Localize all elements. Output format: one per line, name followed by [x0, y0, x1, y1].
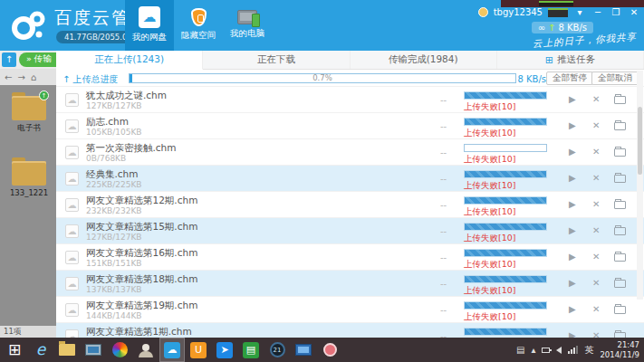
keyboard-icon[interactable]: ▤ — [516, 345, 524, 355]
scrollbar-thumb[interactable] — [638, 107, 642, 175]
upload-row[interactable]: ☁ 网友文章精选第1期.chm 140KB/140KB -- 上传失败[10] … — [56, 323, 644, 338]
remove-button[interactable]: ✕ — [592, 94, 600, 104]
grid-icon: ⊞ — [545, 54, 553, 66]
upload-row[interactable]: ☁ 经典集.chm 225KB/225KB -- 上传失败[10] ▶ ✕ — [56, 166, 644, 192]
open-folder-button[interactable] — [614, 306, 626, 314]
file-size: 151KB/151KB — [86, 259, 142, 268]
home-icon[interactable]: ⌂ — [31, 72, 36, 82]
upload-row[interactable]: ☁ 网友文章精选第15期.chm 127KB/127KB -- 上传失败[10]… — [56, 218, 644, 244]
network-signal-icon[interactable] — [568, 346, 578, 354]
tab-push-tasks[interactable]: ⊞推送任务 — [497, 51, 644, 69]
remove-button[interactable]: ✕ — [592, 199, 600, 209]
row-speed-placeholder: -- — [440, 200, 447, 210]
file-icon: ☁ — [65, 277, 79, 291]
user-avatar[interactable] — [478, 7, 488, 17]
row-progress-fill — [465, 250, 546, 256]
clock-date: 2014/11/9 — [600, 350, 639, 360]
nav-tab-hidden-space[interactable]: 隐藏空间 — [174, 0, 223, 51]
pause-all-button[interactable]: 全部暂停 — [546, 71, 593, 85]
uc-browser-icon[interactable]: U — [187, 338, 210, 361]
tab-downloading[interactable]: 正在下载 — [203, 51, 350, 69]
remove-button[interactable]: ✕ — [592, 278, 600, 288]
upload-row[interactable]: ☁ 网友文章精选第18期.chm 137KB/137KB -- 上传失败[10]… — [56, 271, 644, 297]
theme-preview-strip[interactable] — [548, 8, 568, 17]
internet-explorer-icon[interactable]: e — [29, 338, 53, 361]
row-progress-fill — [465, 197, 546, 204]
upload-row[interactable]: ☁ 励志.chm 105KB/105KB -- 上传失败[10] ▶ ✕ — [56, 113, 644, 139]
folder-numbered[interactable]: 133_1221 — [8, 161, 50, 197]
resume-button[interactable]: ▶ — [569, 199, 576, 209]
clock-app-icon[interactable]: 21 — [265, 338, 289, 361]
close-button[interactable]: ✕ — [628, 7, 640, 17]
forward-icon[interactable]: → — [17, 72, 24, 82]
folder-ebooks[interactable]: ↑ 电子书 — [8, 96, 50, 134]
side-toolbar: ↑ » 传输 — [0, 51, 56, 69]
remove-button[interactable]: ✕ — [592, 225, 600, 235]
upload-row[interactable]: ☁ 网友文章精选第16期.chm 151KB/151KB -- 上传失败[10]… — [56, 244, 644, 271]
clock[interactable]: 21:47 2014/11/9 — [600, 340, 639, 359]
minimize-button[interactable]: ─ — [591, 7, 604, 17]
resume-button[interactable]: ▶ — [569, 252, 576, 262]
media-app-icon[interactable] — [318, 338, 341, 361]
green-app-icon[interactable]: ▤ — [239, 338, 263, 361]
open-folder-button[interactable] — [614, 122, 626, 130]
remove-button[interactable]: ✕ — [592, 120, 600, 130]
file-size: 0B/768KB — [86, 154, 126, 163]
tab-completed[interactable]: 传输完成(1984) — [351, 51, 497, 69]
maximize-button[interactable]: ❐ — [610, 7, 622, 17]
volume-icon[interactable] — [556, 347, 562, 354]
open-folder-button[interactable] — [614, 227, 626, 235]
resume-button[interactable]: ▶ — [569, 330, 576, 338]
display-app-icon[interactable] — [82, 338, 105, 361]
back-icon[interactable]: ← — [5, 72, 12, 82]
cancel-all-button[interactable]: 全部取消 — [591, 71, 639, 85]
menu-caret-icon[interactable]: ▾ — [573, 7, 586, 17]
open-folder-button[interactable] — [614, 253, 626, 262]
open-folder-button[interactable] — [614, 148, 626, 157]
nav-tab-netdisk[interactable]: ☁ 我的网盘 — [125, 0, 174, 51]
open-folder-button[interactable] — [614, 201, 626, 209]
battery-icon[interactable] — [542, 348, 550, 353]
resume-button[interactable]: ▶ — [569, 225, 576, 235]
nav-tab-my-computer[interactable]: 我的电脑 — [223, 0, 272, 51]
upload-row[interactable]: ☁ 网友文章精选第12期.chm 232KB/232KB -- 上传失败[10]… — [56, 192, 644, 218]
remove-button[interactable]: ✕ — [592, 330, 600, 338]
resume-button[interactable]: ▶ — [569, 147, 576, 157]
windows-taskbar: ⊞ e ☁ U ➤ ▤ 21 ▤ ▴ 英 21:47 2014/11/9 — [0, 338, 644, 362]
remove-button[interactable]: ✕ — [592, 304, 600, 314]
upload-row[interactable]: ☁ 网友文章精选第19期.chm 144KB/144KB -- 上传失败[10]… — [56, 297, 644, 323]
resume-button[interactable]: ▶ — [569, 304, 576, 314]
remove-button[interactable]: ✕ — [592, 252, 600, 262]
file-icon: ☁ — [65, 119, 79, 133]
upload-tab-icon[interactable]: ↑ — [2, 52, 16, 67]
speed-badge[interactable]: ∞ ↑ 8 KB/s — [532, 22, 593, 33]
open-folder-button[interactable] — [614, 96, 626, 104]
resume-button[interactable]: ▶ — [569, 120, 576, 130]
resume-button[interactable]: ▶ — [569, 278, 576, 288]
thunder-icon[interactable]: ➤ — [213, 338, 236, 361]
file-explorer-icon[interactable] — [55, 338, 79, 361]
baidu-cloud-taskbar-icon[interactable]: ☁ — [160, 338, 184, 361]
row-speed-placeholder: -- — [440, 279, 447, 289]
resume-button[interactable]: ▶ — [569, 94, 576, 104]
remove-button[interactable]: ✕ — [592, 147, 600, 157]
remove-button[interactable]: ✕ — [592, 173, 600, 183]
language-indicator[interactable]: 英 — [584, 344, 593, 357]
resume-button[interactable]: ▶ — [569, 173, 576, 183]
contacts-app-icon[interactable] — [134, 338, 158, 361]
overall-speed: 8 KB/s — [517, 74, 546, 84]
remote-desktop-icon[interactable] — [292, 338, 315, 361]
row-progress-bar — [464, 196, 547, 205]
tray-expand-icon[interactable]: ▴ — [531, 345, 535, 355]
tab-uploading[interactable]: 正在上传(1243) — [56, 51, 203, 70]
pinwheel-app-icon[interactable] — [108, 338, 131, 361]
upload-row[interactable]: ☁ 第一次亲密接触.chm 0B/768KB -- 上传失败[10] ▶ ✕ — [56, 139, 644, 166]
transfer-button[interactable]: » 传输 — [19, 52, 56, 67]
username[interactable]: tbgy12345 — [494, 7, 543, 17]
file-icon: ☁ — [65, 303, 79, 317]
scrollbar[interactable] — [637, 71, 643, 300]
start-button[interactable]: ⊞ — [3, 338, 26, 361]
open-folder-button[interactable] — [614, 175, 626, 183]
open-folder-button[interactable] — [614, 280, 626, 288]
upload-row[interactable]: ☁ 犹太成功之谜.chm 127KB/127KB -- 上传失败[10] ▶ ✕ — [56, 87, 644, 113]
